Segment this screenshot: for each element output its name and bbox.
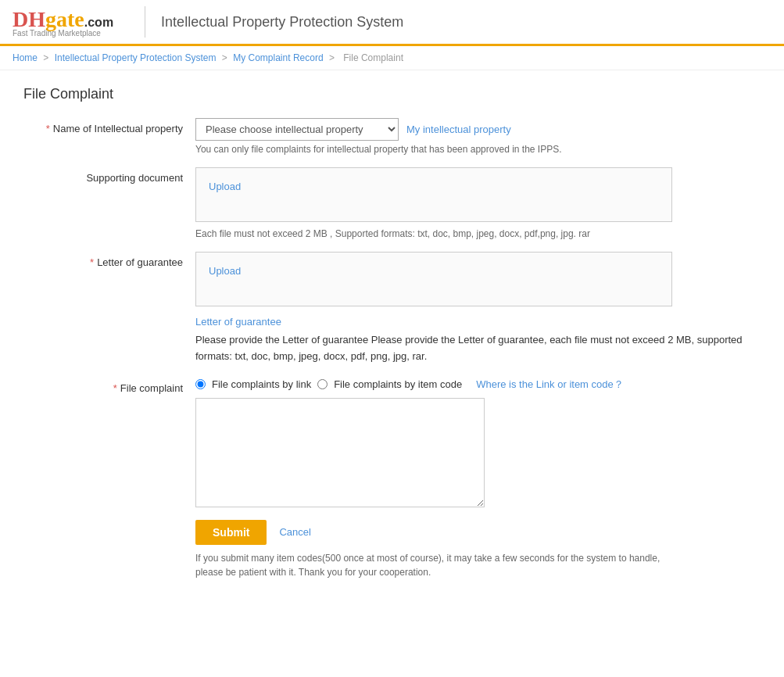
supporting-doc-format-hint: Each file must not exceed 2 MB , Support… bbox=[195, 228, 761, 239]
complaint-textarea[interactable] bbox=[195, 398, 485, 507]
logo: DHgate.com Fast Trading Marketplace bbox=[13, 7, 113, 38]
logo-dh: DH bbox=[13, 7, 45, 31]
logo-gate: gate bbox=[45, 7, 84, 31]
guarantee-upload-btn[interactable]: Upload bbox=[209, 265, 241, 277]
guarantee-upload-row: *Letter of guarantee Upload Letter of gu… bbox=[23, 252, 761, 365]
ip-name-label: *Name of Intellectual property bbox=[23, 118, 195, 134]
ip-name-row: *Name of Intellectual property Please ch… bbox=[23, 118, 761, 155]
my-ip-link[interactable]: My intellectual property bbox=[406, 124, 511, 135]
required-star: * bbox=[46, 123, 50, 134]
file-complaint-label: *File complaint bbox=[23, 378, 195, 394]
guarantee-upload-content: Upload Letter of guarantee Please provid… bbox=[195, 252, 761, 365]
radio-by-link-label[interactable]: File complaints by link bbox=[212, 378, 311, 390]
logo-com: .com bbox=[84, 16, 113, 29]
breadcrumb-ipps[interactable]: Intellectual Property Protection System bbox=[55, 52, 217, 63]
ip-hint: You can only file complaints for intelle… bbox=[195, 144, 761, 155]
supporting-doc-label: Supporting document bbox=[23, 167, 195, 184]
supporting-doc-upload-btn[interactable]: Upload bbox=[209, 181, 241, 192]
header-divider bbox=[145, 6, 145, 38]
radio-by-link[interactable] bbox=[195, 379, 206, 389]
ip-name-content: Please choose intellectual property My i… bbox=[195, 118, 761, 155]
cancel-link[interactable]: Cancel bbox=[279, 526, 310, 538]
guarantee-label: *Letter of guarantee bbox=[23, 252, 195, 268]
file-complaint-content: File complaints by link File complaints … bbox=[195, 378, 761, 507]
btn-row: Submit Cancel bbox=[195, 520, 761, 545]
logo-subtitle: Fast Trading Marketplace bbox=[13, 29, 113, 38]
breadcrumb-current: File Complaint bbox=[343, 52, 403, 63]
where-link[interactable]: Where is the Link or item code？ bbox=[476, 378, 624, 392]
required-star-3: * bbox=[113, 382, 117, 394]
ip-select[interactable]: Please choose intellectual property bbox=[195, 118, 399, 141]
supporting-doc-upload-box: Upload bbox=[195, 167, 672, 222]
guarantee-upload-box: Upload bbox=[195, 252, 672, 306]
breadcrumb-home[interactable]: Home bbox=[13, 52, 38, 63]
file-complaint-row: *File complaint File complaints by link … bbox=[23, 378, 761, 507]
header-title: Intellectual Property Protection System bbox=[161, 14, 403, 30]
page-title: File Complaint bbox=[23, 86, 761, 102]
supporting-doc-row: Supporting document Upload Each file mus… bbox=[23, 167, 761, 239]
logo-area: DHgate.com Fast Trading Marketplace bbox=[13, 7, 113, 38]
submit-button[interactable]: Submit bbox=[195, 520, 267, 545]
guarantee-info-link[interactable]: Letter of guarantee bbox=[195, 316, 281, 328]
header: DHgate.com Fast Trading Marketplace Inte… bbox=[0, 0, 784, 46]
breadcrumb: Home > Intellectual Property Protection … bbox=[0, 46, 784, 70]
radio-by-code[interactable] bbox=[317, 379, 328, 389]
breadcrumb-record[interactable]: My Complaint Record bbox=[233, 52, 323, 63]
submit-note: If you submit many item codes(500 once a… bbox=[195, 551, 680, 579]
radio-row: File complaints by link File complaints … bbox=[195, 378, 761, 392]
radio-by-code-label[interactable]: File complaints by item code bbox=[334, 378, 462, 390]
supporting-doc-content: Upload Each file must not exceed 2 MB , … bbox=[195, 167, 761, 239]
main-content: File Complaint *Name of Intellectual pro… bbox=[0, 70, 784, 595]
guarantee-desc: Please provide the Letter of guarantee P… bbox=[195, 332, 761, 365]
required-star-2: * bbox=[90, 256, 94, 268]
